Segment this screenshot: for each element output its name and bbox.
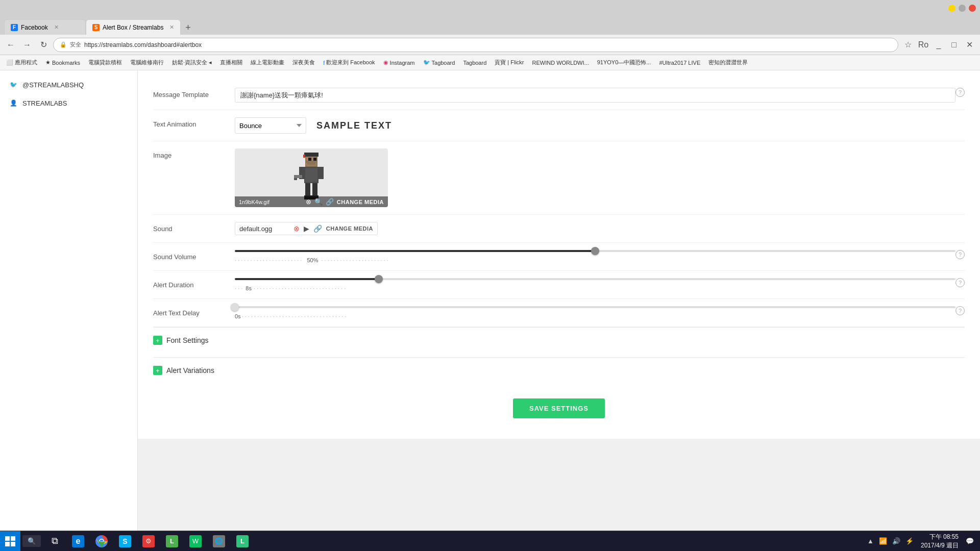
back-button[interactable]: ← — [4, 38, 17, 52]
bookmark-2[interactable]: 電腦維修南行 — [128, 58, 166, 67]
alert-duration-value: 8s — [246, 285, 252, 291]
sound-input-row: default.ogg ⊗ ▶ 🔗 CHANGE MEDIA — [235, 222, 965, 235]
taskbar-search-icon: 🔍 — [28, 537, 36, 545]
main-content: Message Template ? Text Animation None B… — [138, 70, 980, 551]
forward-button[interactable]: → — [20, 38, 34, 52]
font-settings-section[interactable]: + Font Settings — [153, 327, 965, 353]
bookmarks-bar: ⬜應用程式 ★Bookmarks 電腦貸款積框 電腦維修南行 妨鬆·資訊安全 ◂… — [0, 55, 980, 70]
minimize-window[interactable]: _ — [932, 38, 945, 52]
message-help-icon[interactable]: ? — [955, 88, 965, 97]
bookmark-apps[interactable]: ⬜應用程式 — [4, 58, 39, 67]
alert-duration-help-icon[interactable]: ? — [955, 278, 965, 287]
taskbar-app-antivirus[interactable]: ⚙ — [137, 531, 160, 552]
sidebar-item-streamlabs[interactable]: 👤 STREAMLABS — [0, 94, 137, 112]
taskbar-app-line[interactable]: L — [160, 531, 184, 552]
dropdown-wrapper: None Bounce Fade Slide Shake Flip Sample… — [235, 117, 965, 134]
sound-volume-value: 50% — [307, 257, 318, 263]
bookmark-91yoyo[interactable]: 91YOY0—中國恐怖... — [595, 58, 653, 67]
taskbar-app-wechat[interactable]: W — [184, 531, 207, 552]
taskbar-app-skype[interactable]: S — [113, 531, 137, 552]
alert-text-delay-help-icon[interactable]: ? — [955, 306, 965, 315]
restore-window[interactable]: □ — [947, 38, 961, 52]
bookmark-instagram[interactable]: ◉Instagram — [381, 58, 417, 67]
image-change-media-button[interactable]: CHANGE MEDIA — [337, 199, 384, 205]
sound-link-icon[interactable]: 🔗 — [313, 224, 322, 233]
bookmark-star[interactable]: ☆ — [901, 38, 915, 52]
tab-facebook[interactable]: F Facebook ✕ — [4, 19, 86, 35]
svg-rect-21 — [11, 542, 15, 546]
save-settings-button[interactable]: SAVE SETTINGS — [513, 398, 605, 418]
alert-duration-track[interactable] — [235, 278, 955, 280]
new-tab-button[interactable]: + — [181, 20, 195, 35]
close-window[interactable]: ✕ — [963, 38, 976, 52]
battery-icon[interactable]: ⚡ — [903, 537, 916, 545]
bookmark-5[interactable]: 線上電影動畫 — [249, 58, 286, 67]
address-bar[interactable]: 🔒 安全 https://streamlabs.com/dashboard#al… — [53, 38, 898, 52]
tab-alertbox-close[interactable]: ✕ — [169, 24, 174, 31]
taskbar-clock[interactable]: 下午 08:55 2017/4/9 週日 — [917, 533, 963, 550]
alert-duration-thumb[interactable] — [375, 275, 383, 283]
minimize-button[interactable] — [948, 5, 955, 12]
alert-text-delay-dots: 0s · · · · · · · · · · · · · · · · · · ·… — [235, 310, 955, 319]
start-button[interactable] — [0, 531, 20, 552]
bookmark-secret[interactable]: 密知的澀澀世界 — [706, 58, 750, 67]
title-bar — [0, 0, 980, 16]
sound-volume-track[interactable] — [235, 250, 955, 252]
line-icon: L — [166, 535, 178, 547]
taskbar-search[interactable]: 🔍 — [22, 535, 41, 547]
sound-delete-icon[interactable]: ⊗ — [293, 224, 300, 233]
image-delete-icon[interactable]: ⊗ — [306, 198, 311, 206]
svg-rect-19 — [11, 536, 15, 541]
bookmark-tagboard[interactable]: Tagboard — [461, 59, 488, 67]
tab-facebook-close[interactable]: ✕ — [54, 24, 59, 31]
bookmark-ultra[interactable]: #Ultra2017 LIVE — [657, 59, 703, 67]
nav-bar: ← → ↻ 🔒 安全 https://streamlabs.com/dashbo… — [0, 35, 980, 55]
save-section: SAVE SETTINGS — [153, 383, 965, 429]
volume-icon[interactable]: 🔊 — [890, 537, 902, 545]
taskbar-app-chrome[interactable] — [90, 531, 113, 552]
message-template-row: Message Template ? — [153, 81, 965, 110]
image-zoom-icon[interactable]: 🔍 — [314, 198, 323, 206]
text-animation-select[interactable]: None Bounce Fade Slide Shake Flip — [235, 117, 306, 134]
bookmark-3[interactable]: 妨鬆·資訊安全 ◂ — [170, 58, 214, 67]
taskbar: 🔍 ⧉ e S ⚙ — [0, 531, 980, 551]
streamlabs-favicon: S — [92, 24, 100, 31]
bookmark-flickr[interactable]: 貢寶 | Flickr — [493, 58, 526, 67]
taskbar-app-task-view[interactable]: ⧉ — [43, 531, 66, 552]
alert-variations-section[interactable]: + Alert Variations — [153, 357, 965, 383]
network-status-icon[interactable]: 📶 — [877, 537, 889, 545]
alert-text-delay-thumb[interactable] — [231, 303, 239, 311]
close-button[interactable] — [969, 5, 976, 12]
text-animation-control: None Bounce Fade Slide Shake Flip Sample… — [235, 117, 965, 134]
alert-variations-label: Alert Variations — [166, 366, 214, 374]
clock-time: 下午 08:55 — [921, 533, 959, 541]
bookmark-6[interactable]: 深夜美食 — [290, 58, 317, 67]
bookmark-facebook[interactable]: f歡迎來到 Facebook — [321, 58, 377, 67]
alert-duration-control: · · · 8s · · · · · · · · · · · · · · · ·… — [235, 278, 955, 291]
taskbar-app-edge[interactable]: e — [66, 531, 90, 552]
sound-volume-thumb[interactable] — [591, 247, 599, 255]
sound-change-media-button[interactable]: CHANGE MEDIA — [326, 226, 373, 232]
tab-alertbox[interactable]: S Alert Box / Streamlabs ✕ — [86, 19, 181, 35]
sound-play-icon[interactable]: ▶ — [304, 224, 309, 233]
security-label: 安全 — [70, 41, 81, 48]
notification-icon[interactable]: ▲ — [865, 537, 876, 545]
bookmark-twitter[interactable]: 🐦Tagboard — [421, 58, 457, 67]
profile-button[interactable]: Ro — [917, 38, 930, 52]
alert-text-delay-track[interactable] — [235, 306, 955, 308]
maximize-button[interactable] — [959, 5, 966, 12]
character-sprite — [291, 153, 332, 204]
bookmark-rewind[interactable]: REWIND WORLDWI... — [530, 59, 591, 67]
bookmark-bookmarks[interactable]: ★Bookmarks — [43, 58, 82, 67]
refresh-button[interactable]: ↻ — [37, 38, 50, 52]
taskbar-app-launcher[interactable]: L — [231, 531, 254, 552]
message-template-input[interactable] — [235, 88, 955, 103]
image-link-icon[interactable]: 🔗 — [326, 198, 334, 206]
bookmark-1[interactable]: 電腦貸款積框 — [86, 58, 124, 67]
bookmark-4[interactable]: 直播相關 — [218, 58, 244, 67]
person-icon: 👤 — [9, 99, 17, 107]
notifications-button[interactable]: 💬 — [964, 537, 976, 545]
taskbar-app-network[interactable]: 🌐 — [207, 531, 231, 552]
sound-volume-help-icon[interactable]: ? — [955, 250, 965, 259]
sidebar-item-twitter[interactable]: 🐦 @STREAMLABSHQ — [0, 76, 137, 94]
